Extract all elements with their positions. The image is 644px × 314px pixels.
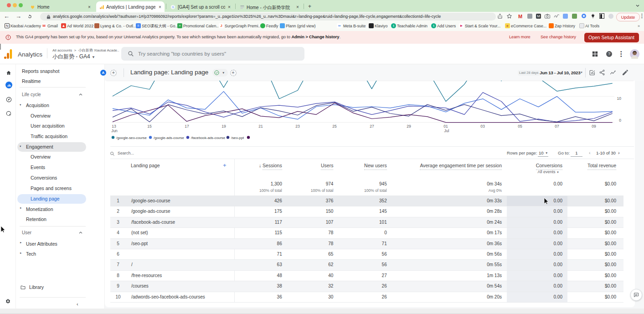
svg-text:17: 17 [185,124,189,129]
svg-text:01: 01 [443,124,448,129]
svg-text:0: 0 [619,118,621,123]
svg-text:05: 05 [518,124,522,129]
svg-text:03: 03 [480,124,485,129]
svg-text:15: 15 [147,124,152,129]
svg-text:/seo-ppt: /seo-ppt [231,136,244,140]
svg-text:21: 21 [258,124,263,129]
svg-text:09: 09 [592,124,596,129]
svg-text:29: 29 [407,124,411,129]
svg-text:G: G [172,5,174,9]
svg-text:Jun: Jun [111,129,118,133]
svg-text:Jul: Jul [444,129,449,133]
svg-text:25: 25 [332,124,337,129]
svg-text:10: 10 [617,96,622,101]
svg-text:07: 07 [555,124,559,129]
svg-text:/google-seo-course: /google-seo-course [116,136,147,140]
svg-text:23: 23 [295,124,300,129]
svg-text:/google-ads-course: /google-ads-course [154,136,184,140]
svg-text:/facebook-ads-course: /facebook-ads-course [191,136,225,140]
svg-text:13: 13 [112,124,116,129]
svg-text:19: 19 [222,124,226,129]
svg-text:27: 27 [370,124,374,129]
